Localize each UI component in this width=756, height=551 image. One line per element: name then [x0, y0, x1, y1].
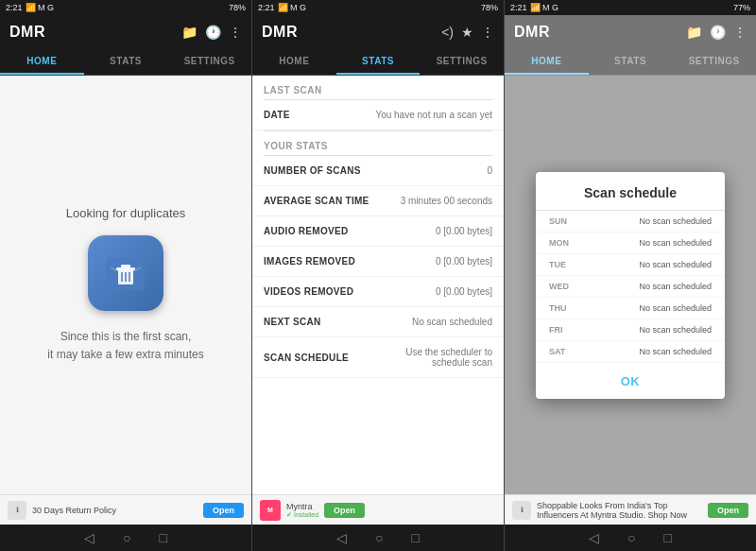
your-stats-header: YOUR STATS: [252, 131, 504, 155]
tab-settings-2[interactable]: SETTINGS: [420, 49, 504, 75]
scan-schedule-dialog: Scan schedule SUN No scan scheduled MON …: [536, 172, 725, 399]
status-time-2: 2:21: [258, 3, 275, 12]
myntra-logo: M: [260, 500, 281, 521]
schedule-val-3: No scan scheduled: [639, 282, 712, 291]
clock-icon-1[interactable]: 🕐: [205, 25, 221, 40]
tab-stats-1[interactable]: STATS: [84, 49, 168, 75]
schedule-val-0: No scan scheduled: [639, 216, 712, 226]
stat-row-2: AUDIO REMOVED 0 [0.00 bytes]: [252, 216, 504, 247]
ad-icon-3: ℹ: [512, 501, 531, 520]
installed-badge: ✔ Installed: [286, 511, 318, 519]
dialog-overlay: Scan schedule SUN No scan scheduled MON …: [505, 76, 756, 494]
status-right-1: 78%: [229, 3, 246, 12]
tab-bar-2: HOME STATS SETTINGS: [252, 49, 504, 76]
tab-settings-3[interactable]: SETTINGS: [672, 49, 756, 75]
schedule-val-5: No scan scheduled: [639, 325, 712, 335]
recent-btn-3[interactable]: □: [664, 530, 672, 545]
stat-value-6: Use the scheduler to schedule scan: [369, 347, 492, 368]
folder-icon-1[interactable]: 📁: [181, 25, 198, 40]
stat-row-1: AVERAGE SCAN TIME 3 minutes 00 seconds: [252, 186, 504, 216]
day-wed: WED: [549, 282, 576, 291]
app-bar-1: DMR 📁 🕐 ⋮: [0, 15, 251, 49]
dialog-ok-button[interactable]: OK: [621, 374, 641, 388]
app-bar-icons-2: <) ★ ⋮: [441, 25, 494, 40]
ad-text-3: Shoppable Looks From India's Top Influen…: [537, 501, 702, 520]
stat-value-5: No scan scheduled: [412, 317, 492, 327]
stat-label-3: IMAGES REMOVED: [264, 256, 355, 267]
clock-icon-3[interactable]: 🕐: [710, 25, 726, 40]
day-thu: THU: [549, 303, 576, 313]
date-label: DATE: [264, 110, 290, 120]
day-mon: MON: [549, 238, 576, 248]
tab-stats-3[interactable]: STATS: [589, 49, 673, 75]
app-bar-3: DMR 📁 🕐 ⋮: [505, 15, 756, 49]
schedule-val-1: No scan scheduled: [639, 238, 712, 248]
recent-btn-2[interactable]: □: [412, 530, 420, 545]
status-bar-2: 2:21 📶 M G 78%: [252, 0, 504, 15]
home-btn-1[interactable]: ○: [123, 530, 130, 545]
ad-text-1: 30 Days Return Policy: [32, 506, 198, 515]
app-bar-icons-1: 📁 🕐 ⋮: [181, 25, 242, 40]
schedule-row-2: TUE No scan scheduled: [536, 254, 725, 276]
status-left-1: 2:21 📶 M G: [6, 3, 54, 12]
stat-label-4: VIDEOS REMOVED: [264, 286, 353, 297]
app-title-3: DMR: [514, 24, 550, 41]
schedule-row-5: FRI No scan scheduled: [536, 319, 725, 341]
tab-stats-2[interactable]: STATS: [336, 49, 421, 75]
more-icon-1[interactable]: ⋮: [229, 25, 242, 40]
screen-3: 2:21 📶 M G 77% DMR 📁 🕐 ⋮ HOME STATS SETT…: [505, 0, 756, 551]
ad-open-btn-2[interactable]: Open: [324, 503, 365, 518]
schedule-row-1: MON No scan scheduled: [536, 232, 725, 254]
looking-text: Looking for duplicates: [66, 206, 185, 220]
ad-open-btn-1[interactable]: Open: [203, 503, 244, 518]
folder-icon-3[interactable]: 📁: [686, 25, 702, 40]
status-bar-1: 2:21 📶 M G 78%: [0, 0, 251, 15]
share-icon-2[interactable]: <): [441, 25, 454, 40]
schedule-row-3: WED No scan scheduled: [536, 276, 725, 298]
screen-2: 2:21 📶 M G 78% DMR <) ★ ⋮ HOME STATS SET…: [252, 0, 505, 551]
ad-info-2: Myntra ✔ Installed: [286, 502, 318, 519]
app-title-2: DMR: [262, 24, 298, 41]
tab-settings-1[interactable]: SETTINGS: [167, 49, 251, 75]
more-icon-2[interactable]: ⋮: [481, 25, 494, 40]
app-icon: [88, 235, 163, 311]
stat-label-2: AUDIO REMOVED: [264, 226, 348, 236]
tab-home-2[interactable]: HOME: [252, 49, 336, 75]
content-3: Looking for duplicates Since this is the…: [505, 76, 756, 494]
day-sun: SUN: [549, 216, 576, 226]
home-btn-3[interactable]: ○: [627, 530, 635, 545]
dialog-ok-row: OK: [536, 363, 725, 399]
home-btn-2[interactable]: ○: [375, 530, 383, 545]
date-value: You have not run a scan yet: [375, 110, 492, 120]
star-icon-2[interactable]: ★: [461, 25, 473, 40]
schedule-row-4: THU No scan scheduled: [536, 298, 725, 319]
stat-label-0: NUMBER OF SCANS: [264, 165, 361, 176]
last-scan-header: LAST SCAN: [252, 76, 504, 99]
back-btn-3[interactable]: ◁: [589, 530, 599, 545]
dialog-title: Scan schedule: [536, 172, 725, 211]
status-left-3: 2:21 📶 M G: [510, 3, 558, 12]
stats-content: LAST SCAN DATE You have not run a scan y…: [252, 76, 504, 494]
ad-open-btn-3[interactable]: Open: [708, 503, 748, 518]
schedule-row-0: SUN No scan scheduled: [536, 211, 725, 232]
bottom-bar-3: ◁ ○ □: [505, 525, 756, 551]
back-btn-2[interactable]: ◁: [336, 530, 347, 545]
stat-row-5: NEXT SCAN No scan scheduled: [252, 307, 504, 337]
trash-svg: [103, 250, 148, 296]
status-icons-3: 📶 M G: [530, 3, 559, 12]
phone-container: 2:21 📶 M G 78% DMR 📁 🕐 ⋮ HOME STATS SETT…: [0, 0, 756, 551]
tab-home-3[interactable]: HOME: [505, 49, 589, 75]
stat-label-6: SCAN SCHEDULE: [264, 353, 349, 363]
stat-row-4: VIDEOS REMOVED 0 [0.00 bytes]: [252, 277, 504, 307]
status-right-3: 77%: [733, 3, 750, 12]
status-bar-3: 2:21 📶 M G 77%: [505, 0, 756, 15]
bottom-bar-2: ◁ ○ □: [252, 525, 504, 551]
tab-bar-1: HOME STATS SETTINGS: [0, 49, 251, 76]
back-btn-1[interactable]: ◁: [84, 530, 94, 545]
stat-row-date: DATE You have not run a scan yet: [252, 100, 504, 130]
content-1: Looking for duplicates: [0, 76, 251, 494]
more-icon-3[interactable]: ⋮: [733, 25, 747, 40]
tab-home-1[interactable]: HOME: [0, 49, 84, 75]
status-icons-1: 📶 M G: [26, 3, 55, 12]
recent-btn-1[interactable]: □: [160, 530, 167, 545]
